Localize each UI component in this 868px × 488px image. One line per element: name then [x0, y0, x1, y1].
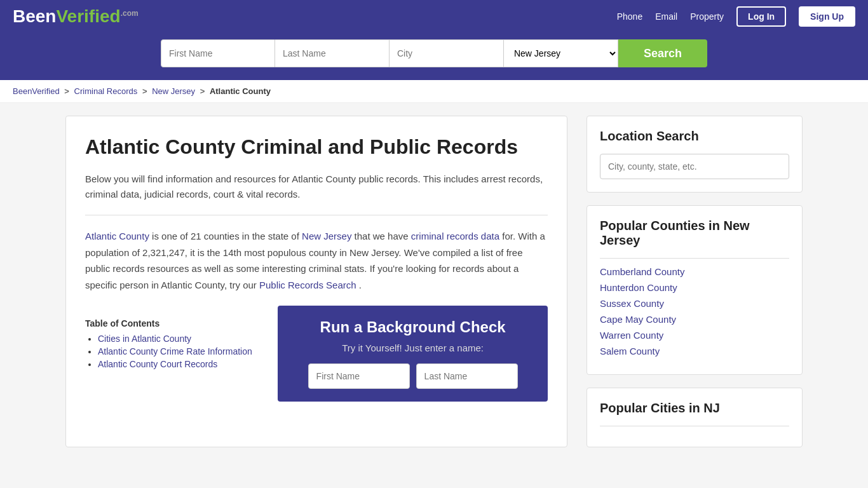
sidebar: Location Search Popular Counties in New … [587, 116, 803, 447]
breadcrumb-criminal-records[interactable]: Criminal Records [74, 86, 138, 96]
county-item-5: Warren County [600, 330, 789, 341]
breadcrumb-atlantic-county: Atlantic County [210, 86, 271, 96]
popular-cities-title: Popular Cities in NJ [600, 401, 789, 416]
page-title: Atlantic County Criminal and Public Reco… [85, 135, 548, 159]
table-of-contents: Table of Contents Cities in Atlantic Cou… [85, 318, 265, 369]
location-search-input[interactable] [600, 154, 789, 179]
bg-check-box: Run a Background Check Try it Yourself! … [278, 306, 548, 402]
logo: BeenVerified.com [13, 6, 139, 27]
new-jersey-link[interactable]: New Jersey [302, 231, 351, 241]
sidebar-popular-counties: Popular Counties in New Jersey Cumberlan… [587, 205, 803, 375]
sidebar-popular-cities: Popular Cities in NJ [587, 388, 803, 447]
county-item-2: Hunterdon County [600, 282, 789, 293]
atlantic-county-link[interactable]: Atlantic County [85, 231, 149, 241]
logo-verified: Verified [56, 6, 120, 26]
logo-been: Been [13, 6, 56, 26]
first-name-input[interactable] [161, 39, 275, 67]
body-text-2: that we have [355, 231, 411, 241]
header-nav: Phone Email Property Log In Sign Up [617, 6, 855, 27]
nav-email[interactable]: Email [655, 11, 677, 22]
toc-link-cities[interactable]: Cities in Atlantic County [98, 334, 191, 344]
toc-link-court-records[interactable]: Atlantic County Court Records [98, 359, 217, 369]
public-records-search-link[interactable]: Public Records Search [259, 280, 356, 290]
toc-wrap: Table of Contents Cities in Atlantic Cou… [85, 306, 265, 372]
breadcrumb-sep-3: > [200, 86, 207, 96]
breadcrumb-sep-1: > [64, 86, 71, 96]
signup-button[interactable]: Sign Up [799, 6, 855, 27]
city-input[interactable] [390, 39, 504, 67]
location-search-title: Location Search [600, 129, 789, 144]
county-link-hunterdon[interactable]: Hunterdon County [600, 282, 677, 293]
bgcheck-subtext: Try it Yourself! Just enter a name: [297, 342, 529, 353]
body-text-4: . [359, 280, 362, 290]
breadcrumb: BeenVerified > Criminal Records > New Je… [0, 80, 868, 103]
bgcheck-last-name[interactable] [416, 363, 518, 389]
logo-com: .com [121, 9, 139, 18]
breadcrumb-new-jersey[interactable]: New Jersey [152, 86, 195, 96]
search-bar: New Jersey Alabama Alaska Arizona Califo… [0, 33, 868, 80]
county-link-cape-may[interactable]: Cape May County [600, 314, 676, 325]
toc-list: Cities in Atlantic County Atlantic Count… [85, 334, 265, 369]
state-select[interactable]: New Jersey Alabama Alaska Arizona Califo… [504, 39, 618, 67]
header: BeenVerified.com Phone Email Property Lo… [0, 0, 868, 80]
last-name-input[interactable] [275, 39, 390, 67]
sidebar-location-search: Location Search [587, 116, 803, 193]
login-button[interactable]: Log In [736, 6, 786, 27]
content-description: Below you will find information and reso… [85, 172, 548, 202]
bgcheck-title: Run a Background Check [297, 318, 529, 336]
breadcrumb-sep-2: > [142, 86, 149, 96]
bgcheck-inputs [297, 363, 529, 389]
popular-counties-divider [600, 258, 789, 259]
county-item-4: Cape May County [600, 314, 789, 325]
popular-cities-divider [600, 426, 789, 426]
county-link-sussex[interactable]: Sussex County [600, 298, 664, 309]
criminal-records-link[interactable]: criminal records data [411, 231, 499, 241]
county-link-cumberland[interactable]: Cumberland County [600, 266, 684, 277]
nav-property[interactable]: Property [690, 11, 724, 22]
main-container: Atlantic County Criminal and Public Reco… [53, 116, 815, 447]
nav-phone[interactable]: Phone [617, 11, 642, 22]
search-button[interactable]: Search [618, 39, 707, 67]
toc-item-2: Atlantic County Crime Rate Information [98, 346, 265, 356]
toc-link-crime-rate[interactable]: Atlantic County Crime Rate Information [98, 346, 252, 356]
logo-text: BeenVerified.com [13, 6, 139, 27]
bgcheck-first-name[interactable] [308, 363, 410, 389]
content-area: Atlantic County Criminal and Public Reco… [65, 116, 567, 447]
toc-item-1: Cities in Atlantic County [98, 334, 265, 344]
body-text: Atlantic County is one of 21 counties in… [85, 228, 548, 293]
popular-counties-list: Cumberland County Hunterdon County Susse… [600, 266, 789, 356]
toc-item-3: Atlantic County Court Records [98, 359, 265, 369]
county-item-3: Sussex County [600, 298, 789, 309]
bgcheck-wrap: Run a Background Check Try it Yourself! … [278, 306, 548, 402]
county-item-1: Cumberland County [600, 266, 789, 277]
breadcrumb-beenverified[interactable]: BeenVerified [13, 86, 60, 96]
county-link-salem[interactable]: Salem County [600, 346, 660, 356]
toc-heading: Table of Contents [85, 318, 265, 329]
body-text-1: is one of 21 counties in the state of [152, 231, 302, 241]
toc-and-bgcheck: Table of Contents Cities in Atlantic Cou… [85, 306, 548, 402]
content-divider [85, 215, 548, 215]
popular-counties-title: Popular Counties in New Jersey [600, 219, 789, 248]
county-link-warren[interactable]: Warren County [600, 330, 663, 341]
county-item-6: Salem County [600, 346, 789, 356]
